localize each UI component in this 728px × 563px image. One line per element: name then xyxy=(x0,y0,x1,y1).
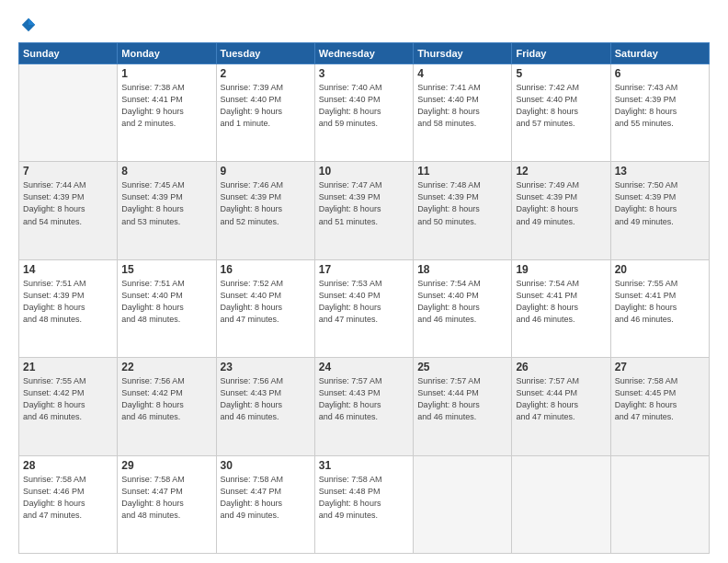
day-number: 8 xyxy=(121,165,211,178)
calendar-cell: 6Sunrise: 7:43 AM Sunset: 4:39 PM Daylig… xyxy=(610,64,709,162)
day-info: Sunrise: 7:58 AM Sunset: 4:47 PM Dayligh… xyxy=(121,474,211,522)
day-info: Sunrise: 7:43 AM Sunset: 4:39 PM Dayligh… xyxy=(615,82,705,130)
day-info: Sunrise: 7:38 AM Sunset: 4:41 PM Dayligh… xyxy=(121,82,211,130)
calendar-cell: 16Sunrise: 7:52 AM Sunset: 4:40 PM Dayli… xyxy=(216,259,314,357)
day-number: 4 xyxy=(417,67,507,80)
calendar-cell: 18Sunrise: 7:54 AM Sunset: 4:40 PM Dayli… xyxy=(414,259,512,357)
day-info: Sunrise: 7:57 AM Sunset: 4:44 PM Dayligh… xyxy=(417,375,507,423)
day-number: 17 xyxy=(319,263,409,276)
day-info: Sunrise: 7:58 AM Sunset: 4:45 PM Dayligh… xyxy=(615,375,705,423)
day-number: 14 xyxy=(23,263,113,276)
calendar-day-header: Sunday xyxy=(19,43,118,64)
day-info: Sunrise: 7:51 AM Sunset: 4:40 PM Dayligh… xyxy=(121,278,211,326)
calendar-cell: 23Sunrise: 7:56 AM Sunset: 4:43 PM Dayli… xyxy=(216,358,314,455)
day-info: Sunrise: 7:49 AM Sunset: 4:39 PM Dayligh… xyxy=(516,179,606,227)
calendar-week-row: 21Sunrise: 7:55 AM Sunset: 4:42 PM Dayli… xyxy=(19,358,710,455)
calendar-week-row: 14Sunrise: 7:51 AM Sunset: 4:39 PM Dayli… xyxy=(19,259,710,357)
calendar-cell: 25Sunrise: 7:57 AM Sunset: 4:44 PM Dayli… xyxy=(414,358,512,455)
calendar-day-header: Monday xyxy=(118,43,216,64)
calendar-cell: 17Sunrise: 7:53 AM Sunset: 4:40 PM Dayli… xyxy=(314,259,413,357)
day-number: 20 xyxy=(615,263,705,276)
day-number: 18 xyxy=(417,263,507,276)
calendar-day-header: Wednesday xyxy=(314,43,413,64)
day-number: 15 xyxy=(121,263,211,276)
day-info: Sunrise: 7:46 AM Sunset: 4:39 PM Dayligh… xyxy=(221,179,311,227)
calendar-cell: 10Sunrise: 7:47 AM Sunset: 4:39 PM Dayli… xyxy=(314,162,413,259)
day-info: Sunrise: 7:55 AM Sunset: 4:41 PM Dayligh… xyxy=(615,278,705,326)
day-info: Sunrise: 7:45 AM Sunset: 4:39 PM Dayligh… xyxy=(121,179,211,227)
calendar-header-row: SundayMondayTuesdayWednesdayThursdayFrid… xyxy=(19,43,710,64)
day-info: Sunrise: 7:40 AM Sunset: 4:40 PM Dayligh… xyxy=(319,82,409,130)
calendar-week-row: 28Sunrise: 7:58 AM Sunset: 4:46 PM Dayli… xyxy=(19,455,710,553)
day-info: Sunrise: 7:51 AM Sunset: 4:39 PM Dayligh… xyxy=(23,278,113,326)
day-number: 5 xyxy=(516,67,606,80)
calendar-cell: 21Sunrise: 7:55 AM Sunset: 4:42 PM Dayli… xyxy=(19,358,118,455)
logo xyxy=(18,17,39,33)
calendar-cell: 24Sunrise: 7:57 AM Sunset: 4:43 PM Dayli… xyxy=(314,358,413,455)
day-number: 24 xyxy=(319,361,409,373)
day-number: 21 xyxy=(23,361,113,373)
day-number: 11 xyxy=(417,165,507,178)
calendar-cell xyxy=(19,64,118,162)
day-number: 19 xyxy=(516,263,606,276)
calendar-cell: 11Sunrise: 7:48 AM Sunset: 4:39 PM Dayli… xyxy=(414,162,512,259)
day-info: Sunrise: 7:50 AM Sunset: 4:39 PM Dayligh… xyxy=(615,179,705,227)
calendar-cell: 4Sunrise: 7:41 AM Sunset: 4:40 PM Daylig… xyxy=(414,64,512,162)
calendar-cell: 26Sunrise: 7:57 AM Sunset: 4:44 PM Dayli… xyxy=(512,358,610,455)
day-info: Sunrise: 7:58 AM Sunset: 4:48 PM Dayligh… xyxy=(319,474,409,522)
day-number: 3 xyxy=(319,67,409,80)
calendar-day-header: Friday xyxy=(512,43,610,64)
calendar-cell: 9Sunrise: 7:46 AM Sunset: 4:39 PM Daylig… xyxy=(216,162,314,259)
calendar-cell: 7Sunrise: 7:44 AM Sunset: 4:39 PM Daylig… xyxy=(19,162,118,259)
calendar-cell: 15Sunrise: 7:51 AM Sunset: 4:40 PM Dayli… xyxy=(118,259,216,357)
day-number: 25 xyxy=(417,361,507,373)
day-info: Sunrise: 7:58 AM Sunset: 4:47 PM Dayligh… xyxy=(221,474,311,522)
day-number: 2 xyxy=(221,67,311,80)
day-info: Sunrise: 7:54 AM Sunset: 4:41 PM Dayligh… xyxy=(516,278,606,326)
day-number: 29 xyxy=(121,459,211,472)
calendar-day-header: Saturday xyxy=(610,43,709,64)
day-info: Sunrise: 7:42 AM Sunset: 4:40 PM Dayligh… xyxy=(516,82,606,130)
calendar-cell: 1Sunrise: 7:38 AM Sunset: 4:41 PM Daylig… xyxy=(118,64,216,162)
day-info: Sunrise: 7:54 AM Sunset: 4:40 PM Dayligh… xyxy=(417,278,507,326)
day-number: 23 xyxy=(221,361,311,373)
day-number: 31 xyxy=(319,459,409,472)
day-info: Sunrise: 7:48 AM Sunset: 4:39 PM Dayligh… xyxy=(417,179,507,227)
day-number: 1 xyxy=(121,67,211,80)
calendar-page: SundayMondayTuesdayWednesdayThursdayFrid… xyxy=(0,0,728,563)
calendar-cell: 19Sunrise: 7:54 AM Sunset: 4:41 PM Dayli… xyxy=(512,259,610,357)
day-number: 10 xyxy=(319,165,409,178)
day-info: Sunrise: 7:56 AM Sunset: 4:42 PM Dayligh… xyxy=(121,375,211,423)
calendar-cell: 5Sunrise: 7:42 AM Sunset: 4:40 PM Daylig… xyxy=(512,64,610,162)
calendar-cell: 22Sunrise: 7:56 AM Sunset: 4:42 PM Dayli… xyxy=(118,358,216,455)
calendar-cell: 3Sunrise: 7:40 AM Sunset: 4:40 PM Daylig… xyxy=(314,64,413,162)
day-number: 30 xyxy=(221,459,311,472)
header xyxy=(18,17,710,33)
calendar-cell xyxy=(512,455,610,553)
calendar-day-header: Thursday xyxy=(414,43,512,64)
logo-icon xyxy=(20,17,37,33)
day-info: Sunrise: 7:52 AM Sunset: 4:40 PM Dayligh… xyxy=(221,278,311,326)
day-info: Sunrise: 7:41 AM Sunset: 4:40 PM Dayligh… xyxy=(417,82,507,130)
day-info: Sunrise: 7:44 AM Sunset: 4:39 PM Dayligh… xyxy=(23,179,113,227)
calendar-cell: 29Sunrise: 7:58 AM Sunset: 4:47 PM Dayli… xyxy=(118,455,216,553)
day-number: 9 xyxy=(221,165,311,178)
calendar-cell: 27Sunrise: 7:58 AM Sunset: 4:45 PM Dayli… xyxy=(610,358,709,455)
calendar-cell: 20Sunrise: 7:55 AM Sunset: 4:41 PM Dayli… xyxy=(610,259,709,357)
calendar-cell: 8Sunrise: 7:45 AM Sunset: 4:39 PM Daylig… xyxy=(118,162,216,259)
calendar-cell: 2Sunrise: 7:39 AM Sunset: 4:40 PM Daylig… xyxy=(216,64,314,162)
calendar-cell: 14Sunrise: 7:51 AM Sunset: 4:39 PM Dayli… xyxy=(19,259,118,357)
day-number: 13 xyxy=(615,165,705,178)
calendar-cell: 13Sunrise: 7:50 AM Sunset: 4:39 PM Dayli… xyxy=(610,162,709,259)
day-number: 26 xyxy=(516,361,606,373)
day-info: Sunrise: 7:47 AM Sunset: 4:39 PM Dayligh… xyxy=(319,179,409,227)
day-info: Sunrise: 7:58 AM Sunset: 4:46 PM Dayligh… xyxy=(23,474,113,522)
calendar-cell xyxy=(414,455,512,553)
day-info: Sunrise: 7:56 AM Sunset: 4:43 PM Dayligh… xyxy=(221,375,311,423)
day-number: 6 xyxy=(615,67,705,80)
day-number: 7 xyxy=(23,165,113,178)
calendar-week-row: 7Sunrise: 7:44 AM Sunset: 4:39 PM Daylig… xyxy=(19,162,710,259)
calendar-day-header: Tuesday xyxy=(216,43,314,64)
day-number: 16 xyxy=(221,263,311,276)
day-info: Sunrise: 7:55 AM Sunset: 4:42 PM Dayligh… xyxy=(23,375,113,423)
